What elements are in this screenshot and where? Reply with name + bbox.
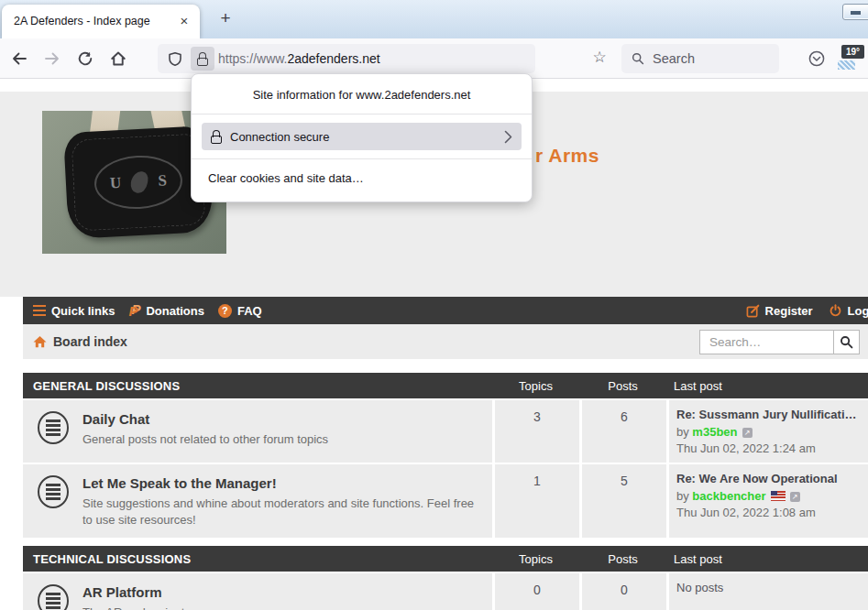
register-icon [746, 304, 760, 318]
posts-count: 6 [579, 400, 666, 463]
pocket-icon[interactable] [808, 50, 825, 67]
nav-donations[interactable]: PP Donations [128, 303, 204, 318]
section-title[interactable]: GENERAL DISCUSSIONS [23, 379, 492, 393]
column-topics: Topics [492, 552, 579, 566]
paypal-icon: PP [128, 303, 140, 318]
url-bar[interactable]: https://www.2adefenders.net [158, 44, 535, 73]
last-post-link[interactable]: Re: We Are Now Operational [676, 472, 868, 485]
last-post-cell: Re: We Are Now Operational by backbenche… [666, 464, 868, 538]
forum-description: General posts not related to other forum… [82, 431, 328, 448]
menu-icon [33, 305, 46, 317]
browser-titlebar: 2A Defenders - Index page × + [0, 0, 868, 38]
column-last-post: Last post [666, 552, 868, 566]
site-info-popup: Site information for www.2adefenders.net… [191, 73, 533, 202]
section-title[interactable]: TECHNICAL DISCUSSIONS [23, 552, 492, 566]
forum-link[interactable]: AR Platform [82, 584, 191, 600]
last-post-cell: No posts [666, 573, 868, 610]
nav-faq[interactable]: ? FAQ [218, 304, 262, 318]
power-icon [829, 304, 842, 318]
forum-section-technical: TECHNICAL DISCUSSIONS Topics Posts Last … [23, 546, 868, 610]
breadcrumb-board-index[interactable]: Board index [33, 334, 127, 349]
weather-rain-hatch [838, 60, 855, 70]
forum-link[interactable]: Daily Chat [82, 411, 328, 427]
browser-search-bar[interactable]: Search [621, 44, 779, 73]
forum-row: AR Platform The AR and variants 0 0 No p… [23, 573, 868, 610]
browser-window: 2A Defenders - Index page × + https://ww… [0, 0, 868, 610]
forum-row: Daily Chat General posts not related to … [23, 400, 868, 463]
column-topics: Topics [492, 379, 579, 393]
question-icon: ? [218, 304, 232, 318]
forum-navbar: Quick links PP Donations ? FAQ Register [23, 297, 868, 324]
topics-count: 3 [492, 400, 579, 463]
window-minimize-button[interactable] [842, 4, 868, 20]
breadcrumb-bar: Board index [23, 324, 868, 359]
posts-count: 0 [579, 573, 666, 610]
forum-search-input[interactable] [700, 331, 833, 354]
new-tab-button[interactable]: + [214, 7, 236, 29]
bookmark-star-icon[interactable]: ☆ [589, 48, 610, 67]
forum-section-general: GENERAL DISCUSSIONS Topics Posts Last po… [23, 373, 868, 538]
search-icon [632, 52, 644, 65]
tab-close-icon[interactable]: × [175, 12, 193, 30]
nav-register[interactable]: Register [746, 304, 813, 318]
forum-description: The AR and variants [82, 605, 191, 610]
forum-icon [38, 584, 69, 610]
eagle-emblem [130, 170, 150, 195]
forum-search-button[interactable] [833, 331, 859, 354]
forum-icon [38, 475, 69, 508]
home-icon[interactable] [110, 50, 126, 67]
url-domain: 2adefenders.net [287, 51, 379, 66]
tab-title: 2A Defenders - Index page [14, 5, 150, 38]
chevron-right-icon [504, 130, 512, 144]
forum-row: Let Me Speak to the Manager! Site sugges… [23, 463, 868, 538]
popup-title: Site information for www.2adefenders.net [192, 74, 532, 114]
lock-icon [211, 130, 222, 144]
weather-badge: 19° [841, 45, 864, 59]
minimize-icon [851, 11, 861, 15]
last-post-link[interactable]: Re: Sussmann Jury Nullificati… [676, 408, 868, 421]
nav-login[interactable]: Login [829, 304, 868, 318]
goto-post-icon[interactable]: ↗ [790, 492, 800, 502]
weather-extension-icon[interactable]: 19° [838, 45, 864, 70]
forum-icon [38, 411, 69, 444]
browser-tab[interactable]: 2A Defenders - Index page × [2, 5, 200, 38]
section-header: TECHNICAL DISCUSSIONS Topics Posts Last … [23, 546, 868, 572]
url-text[interactable]: https://www.2adefenders.net [218, 44, 380, 73]
column-posts: Posts [579, 379, 666, 393]
forum-search-box [699, 330, 860, 354]
reload-icon[interactable] [77, 50, 93, 67]
lock-icon [197, 52, 208, 66]
clear-cookies-button[interactable]: Clear cookies and site data… [192, 159, 532, 196]
browser-search-placeholder: Search [653, 44, 695, 73]
site-tagline-fragment: r Arms [535, 145, 599, 167]
last-post-date: Thu Jun 02, 2022 1:24 am [676, 441, 868, 455]
last-post-cell: Re: Sussmann Jury Nullificati… by m35ben… [666, 400, 868, 463]
search-icon [840, 335, 853, 349]
url-protocol: https://www. [218, 51, 287, 66]
shield-icon[interactable] [168, 51, 182, 67]
posts-count: 5 [579, 464, 666, 538]
author-link[interactable]: backbencher [692, 489, 765, 503]
forum-description: Site suggestions and whine about moderat… [82, 496, 483, 528]
site-info-lock-button[interactable] [191, 47, 214, 71]
topics-count: 1 [492, 464, 579, 538]
column-last-post: Last post [666, 379, 868, 393]
back-icon[interactable] [11, 50, 27, 67]
topics-count: 0 [492, 573, 579, 610]
column-posts: Posts [579, 552, 666, 566]
forward-icon[interactable] [44, 50, 60, 67]
us-flag-icon [771, 491, 786, 501]
section-header: GENERAL DISCUSSIONS Topics Posts Last po… [23, 373, 868, 398]
nav-quick-links[interactable]: Quick links [33, 304, 115, 318]
connection-secure-row[interactable]: Connection secure [202, 123, 522, 150]
home-icon [33, 335, 47, 349]
forum-link[interactable]: Let Me Speak to the Manager! [82, 475, 483, 491]
no-posts-label: No posts [676, 581, 868, 594]
goto-post-icon[interactable]: ↗ [742, 428, 753, 438]
last-post-date: Thu Jun 02, 2022 1:08 am [676, 506, 868, 519]
author-link[interactable]: m35ben [692, 425, 737, 439]
